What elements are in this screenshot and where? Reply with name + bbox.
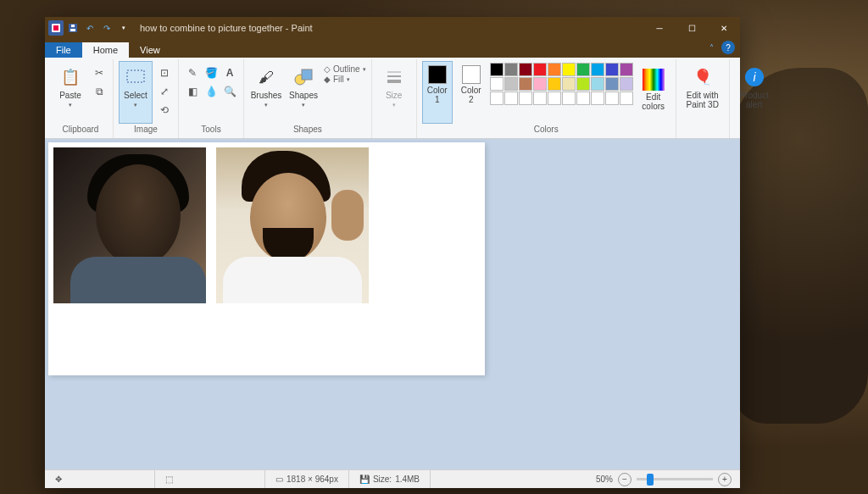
color-swatch[interactable]	[490, 92, 504, 105]
redo-icon[interactable]: ↷	[99, 20, 114, 36]
qat-dropdown-icon[interactable]: ▾	[116, 20, 131, 36]
color-swatch[interactable]	[576, 77, 590, 91]
color-swatch[interactable]	[519, 92, 532, 105]
magnifier-icon[interactable]: 🔍	[221, 83, 238, 100]
zoom-out-button[interactable]: −	[618, 473, 632, 486]
color-swatch[interactable]	[562, 92, 576, 105]
cut-icon[interactable]: ✂	[91, 64, 108, 81]
shapes-button[interactable]: Shapes ▾	[287, 61, 320, 124]
color-swatch[interactable]	[519, 63, 532, 76]
tab-file[interactable]: File	[45, 42, 82, 58]
color-swatch[interactable]	[562, 77, 576, 91]
color-swatch[interactable]	[605, 92, 619, 105]
image-content-2[interactable]	[216, 147, 369, 303]
resize-icon[interactable]: ⤢	[156, 83, 173, 100]
color-swatch[interactable]	[620, 77, 633, 91]
minimize-ribbon-icon[interactable]: ˄	[704, 41, 718, 54]
fill-icon[interactable]: 🪣	[203, 64, 220, 81]
text-icon[interactable]: A	[221, 64, 238, 81]
statusbar: ✥ ⬚ ▭1818 × 964px 💾Size: 1.4MB 50% − +	[45, 469, 740, 488]
color-swatch[interactable]	[605, 77, 619, 91]
outline-button[interactable]: ◇Outline▾	[324, 64, 366, 74]
color-swatch[interactable]	[548, 77, 561, 91]
tab-home[interactable]: Home	[82, 42, 129, 58]
chevron-down-icon: ▾	[69, 102, 72, 108]
color-swatch[interactable]	[548, 63, 561, 76]
canvas[interactable]	[48, 142, 485, 375]
color-swatch[interactable]	[490, 77, 504, 91]
color-swatch[interactable]	[504, 63, 518, 76]
group-alert: i Product alert	[730, 59, 779, 138]
color-swatch[interactable]	[605, 63, 619, 76]
fill-button[interactable]: ◆Fill▾	[324, 75, 366, 84]
outline-icon: ◇	[324, 64, 331, 74]
zoom-controls: 50% − +	[587, 473, 740, 486]
color-swatch[interactable]	[562, 63, 576, 76]
color-swatch[interactable]	[504, 77, 518, 91]
size-button[interactable]: Size ▾	[377, 61, 411, 124]
svg-rect-1	[53, 25, 58, 31]
crosshair-icon: ✥	[55, 475, 62, 484]
color-swatch[interactable]	[620, 92, 633, 105]
color-palette	[490, 61, 633, 105]
color-swatch[interactable]	[620, 63, 633, 76]
save-icon[interactable]	[65, 20, 81, 36]
crop-icon[interactable]: ⊡	[156, 64, 173, 81]
paint3d-button[interactable]: 🎈 Edit with Paint 3D	[682, 61, 724, 124]
select-button[interactable]: Select ▾	[119, 61, 153, 124]
color2-button[interactable]: Color 2	[456, 61, 487, 124]
product-alert-button[interactable]: i Product alert	[735, 61, 774, 124]
group-shapes: 🖌 Brushes ▾ Shapes ▾ ◇Outline▾ ◆Fill▾ Sh…	[244, 59, 372, 138]
size-icon	[382, 65, 406, 89]
picker-icon[interactable]: 💧	[203, 83, 220, 100]
color-swatch[interactable]	[548, 92, 561, 105]
group-image: Select ▾ ⊡ ⤢ ⟲ Image	[114, 59, 179, 138]
tab-view[interactable]: View	[129, 42, 171, 58]
svg-rect-5	[127, 70, 144, 82]
group-label: Image	[134, 125, 158, 136]
group-label: Clipboard	[63, 125, 99, 136]
color-swatch[interactable]	[576, 92, 590, 105]
group-colors: Color 1 Color 2 Edit colors Colors	[417, 59, 676, 138]
color-swatch[interactable]	[591, 63, 604, 76]
zoom-slider-thumb[interactable]	[647, 474, 654, 486]
copy-icon[interactable]: ⧉	[91, 83, 108, 100]
eraser-icon[interactable]: ◧	[184, 83, 201, 100]
info-icon: i	[743, 65, 766, 89]
svg-rect-3	[70, 29, 75, 31]
color-swatch[interactable]	[591, 92, 604, 105]
help-icon[interactable]: ?	[721, 41, 735, 54]
minimize-button[interactable]: ─	[643, 17, 676, 39]
titlebar: ↶ ↷ ▾ how to combine to picture together…	[45, 17, 740, 39]
maximize-button[interactable]: ☐	[676, 17, 708, 39]
color-swatch[interactable]	[591, 77, 604, 91]
color-swatch[interactable]	[576, 63, 590, 76]
color-swatch[interactable]	[533, 63, 547, 76]
pencil-icon[interactable]: ✎	[184, 64, 201, 81]
color-swatch[interactable]	[490, 63, 504, 76]
color-swatch[interactable]	[519, 77, 532, 91]
image-content-1[interactable]	[53, 147, 206, 303]
workspace[interactable]	[45, 139, 740, 469]
chevron-down-icon: ▾	[134, 102, 137, 108]
color-swatch[interactable]	[533, 92, 547, 105]
close-button[interactable]: ✕	[708, 17, 740, 39]
edit-colors-button[interactable]: Edit colors	[637, 61, 670, 124]
color2-swatch	[462, 65, 481, 84]
color1-swatch	[428, 65, 447, 84]
select-icon	[124, 65, 147, 89]
color1-button[interactable]: Color 1	[422, 61, 453, 124]
paste-button[interactable]: 📋 Paste ▾	[53, 61, 87, 124]
group-tools: ✎ 🪣 A ◧ 💧 🔍 Tools	[179, 59, 244, 138]
chevron-down-icon: ▾	[264, 102, 268, 108]
zoom-in-button[interactable]: +	[718, 473, 732, 486]
dimensions-icon: ▭	[275, 475, 283, 484]
zoom-slider[interactable]	[637, 478, 713, 480]
undo-icon[interactable]: ↶	[82, 20, 97, 36]
group-label: Shapes	[293, 125, 322, 136]
group-label: Tools	[201, 125, 220, 136]
color-swatch[interactable]	[504, 92, 518, 105]
brushes-button[interactable]: 🖌 Brushes ▾	[249, 61, 283, 124]
color-swatch[interactable]	[533, 77, 547, 91]
rotate-icon[interactable]: ⟲	[156, 102, 173, 119]
